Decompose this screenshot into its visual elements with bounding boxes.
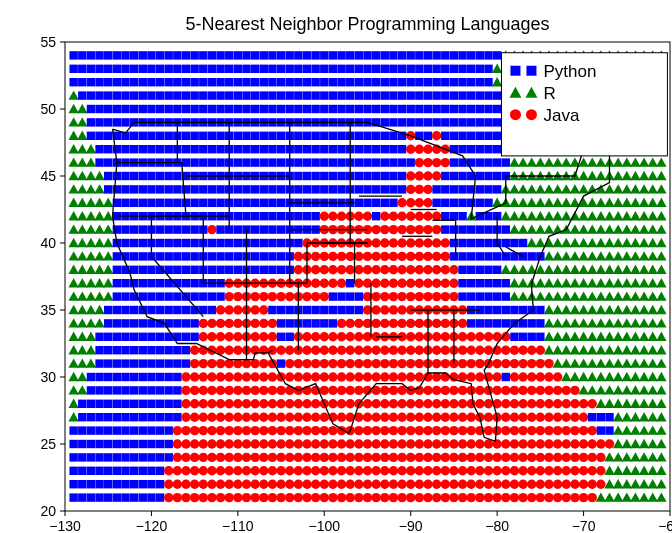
python-marker [441,212,449,220]
python-marker [121,105,129,113]
java-marker [467,480,476,489]
java-marker [415,265,424,274]
python-marker [69,426,77,434]
java-marker [544,413,553,422]
python-marker [173,51,181,59]
python-marker [156,51,164,59]
python-marker [372,158,380,166]
java-marker [389,225,398,234]
java-marker [562,453,571,462]
java-marker [406,252,415,261]
java-marker [475,399,484,408]
python-marker [476,199,484,207]
java-marker [570,453,579,462]
java-marker [458,453,467,462]
java-marker [354,493,363,502]
java-marker [242,399,251,408]
python-marker [139,426,147,434]
python-marker [493,145,501,153]
java-marker [268,453,277,462]
python-marker [147,453,155,461]
python-marker [113,373,121,381]
python-marker [277,266,285,274]
python-marker [165,199,173,207]
python-marker [78,480,86,488]
java-marker [242,493,251,502]
python-marker [536,306,544,314]
java-marker [268,439,277,448]
java-marker [406,480,415,489]
java-marker [501,413,510,422]
python-marker [173,239,181,247]
java-marker [354,319,363,328]
python-marker [294,78,302,86]
python-marker [277,359,285,367]
java-marker [337,319,346,328]
python-marker [156,413,164,421]
python-marker [87,386,95,394]
java-marker [415,292,424,301]
python-marker [519,319,527,327]
java-marker [432,212,441,221]
python-marker [121,306,129,314]
java-marker [233,426,242,435]
java-marker [562,426,571,435]
java-marker [225,319,234,328]
python-marker [130,65,138,73]
python-marker [441,65,449,73]
java-marker [389,413,398,422]
java-marker [423,413,432,422]
java-marker [562,386,571,395]
java-marker [492,453,501,462]
java-marker [397,480,406,489]
java-marker [268,399,277,408]
python-marker [121,413,129,421]
python-marker [78,493,86,501]
python-marker [467,319,475,327]
java-marker [588,426,597,435]
java-marker [397,426,406,435]
java-marker [259,359,268,368]
python-marker [156,493,164,501]
java-marker [268,372,277,381]
java-marker [346,480,355,489]
java-marker [259,426,268,435]
java-marker [397,439,406,448]
python-marker [389,158,397,166]
python-marker [121,453,129,461]
java-marker [363,372,372,381]
java-marker [250,453,259,462]
python-marker [476,252,484,260]
java-marker [510,466,519,475]
python-marker [234,132,242,140]
python-marker [329,292,337,300]
python-marker [139,467,147,475]
python-marker [502,279,510,287]
python-marker [156,132,164,140]
java-marker [449,453,458,462]
java-marker [320,212,329,221]
python-marker [225,65,233,73]
python-marker [121,467,129,475]
python-marker [277,199,285,207]
java-marker [596,453,605,462]
python-marker [165,346,173,354]
java-marker [501,453,510,462]
java-marker [423,238,432,247]
java-marker [190,466,199,475]
python-marker [294,145,302,153]
python-marker [320,145,328,153]
python-marker [190,78,198,86]
java-marker [527,346,536,355]
java-marker [250,305,259,314]
python-marker [121,91,129,99]
java-marker [415,399,424,408]
python-marker [156,426,164,434]
python-marker [87,413,95,421]
java-marker [354,453,363,462]
python-marker [450,158,458,166]
java-marker [449,265,458,274]
java-marker [441,493,450,502]
java-marker [475,439,484,448]
python-marker [493,172,501,180]
